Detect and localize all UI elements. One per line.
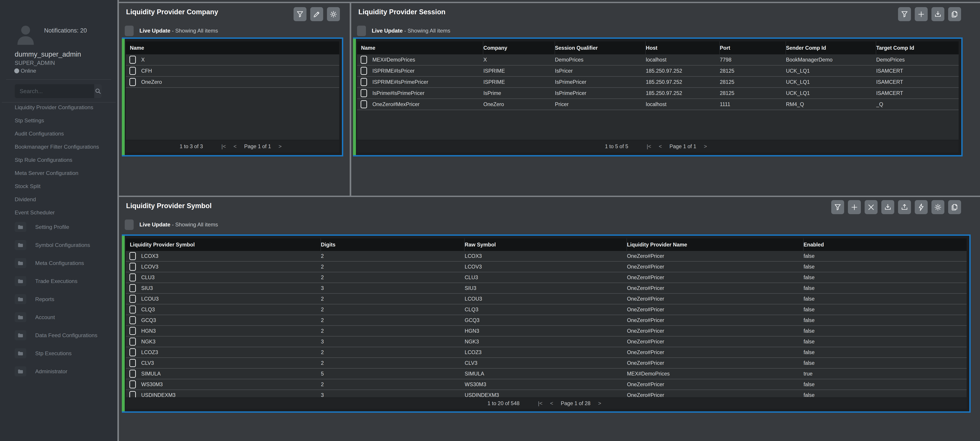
upload-button[interactable] bbox=[898, 200, 911, 214]
edit-button[interactable] bbox=[310, 7, 323, 21]
row-checkbox[interactable] bbox=[129, 370, 136, 378]
row-checkbox[interactable] bbox=[361, 89, 367, 97]
column-header-liquidity-provider-name[interactable]: Liquidity Provider Name bbox=[627, 239, 803, 251]
sidebar-item-setting-profile[interactable]: Setting Profile bbox=[0, 218, 118, 236]
table-row[interactable]: X bbox=[126, 54, 339, 65]
search-input[interactable] bbox=[15, 84, 94, 98]
row-checkbox[interactable] bbox=[129, 67, 136, 75]
next-page-button[interactable]: > bbox=[598, 400, 601, 406]
copy-button[interactable] bbox=[948, 200, 961, 214]
settings-button[interactable] bbox=[327, 7, 340, 21]
column-header-host[interactable]: Host bbox=[646, 41, 720, 54]
settings-button[interactable] bbox=[931, 200, 944, 214]
download-button[interactable] bbox=[881, 200, 894, 214]
table-row[interactable]: CLQ32CLQ3OneZero#Pricerfalse bbox=[126, 304, 967, 315]
row-checkbox[interactable] bbox=[129, 306, 136, 314]
previous-page-button[interactable]: < bbox=[659, 143, 662, 150]
column-header-target-comp-id[interactable]: Target Comp Id bbox=[876, 41, 959, 54]
column-header-name[interactable]: Name bbox=[357, 41, 483, 54]
sidebar-item-trade-executions[interactable]: Trade Executions bbox=[0, 272, 118, 290]
add-button[interactable] bbox=[915, 7, 928, 21]
sidebar-item-stp-executions[interactable]: Stp Executions bbox=[0, 344, 118, 362]
live-update-checkbox[interactable] bbox=[125, 220, 134, 230]
sidebar-item-stp-rule-configurations[interactable]: Stp Rule Configurations bbox=[0, 153, 118, 166]
filter-button[interactable] bbox=[294, 7, 307, 21]
sidebar-item-bookmanager-filter-configurations[interactable]: Bookmanager Filter Configurations bbox=[0, 140, 118, 153]
table-row[interactable]: SIMULA5SIMULAMEX#DemoPricestrue bbox=[126, 369, 967, 379]
column-header-company[interactable]: Company bbox=[483, 41, 555, 54]
row-checkbox[interactable] bbox=[129, 274, 136, 282]
row-checkbox[interactable] bbox=[129, 263, 136, 271]
sidebar-item-account[interactable]: Account bbox=[0, 308, 118, 326]
bolt-button[interactable] bbox=[915, 200, 928, 214]
search-button[interactable] bbox=[94, 84, 102, 98]
sidebar-item-stp-settings[interactable]: Stp Settings bbox=[0, 114, 118, 127]
column-header-session-qualifier[interactable]: Session Qualifier bbox=[555, 41, 646, 54]
first-page-button[interactable]: |< bbox=[538, 400, 542, 406]
column-header-raw-symbol[interactable]: Raw Symbol bbox=[465, 239, 627, 251]
row-checkbox[interactable] bbox=[129, 56, 136, 64]
row-checkbox[interactable] bbox=[361, 78, 367, 86]
row-checkbox[interactable] bbox=[129, 252, 136, 260]
filter-button[interactable] bbox=[831, 200, 844, 214]
next-page-button[interactable]: > bbox=[704, 143, 707, 150]
previous-page-button[interactable]: < bbox=[234, 143, 237, 150]
column-header-name[interactable]: Name bbox=[126, 41, 339, 54]
row-checkbox[interactable] bbox=[129, 359, 136, 367]
table-row[interactable]: OneZero#MexPricerOneZeroPricerlocalhost1… bbox=[357, 99, 959, 110]
sidebar-splitter[interactable] bbox=[118, 0, 119, 441]
row-checkbox[interactable] bbox=[129, 316, 136, 324]
previous-page-button[interactable]: < bbox=[550, 400, 553, 406]
column-header-enabled[interactable]: Enabled bbox=[803, 239, 967, 251]
table-row[interactable]: WS30M32WS30M3OneZero#Pricerfalse bbox=[126, 379, 967, 390]
table-row[interactable]: USDINDEXM33USDINDEXM3OneZero#Pricerfalse bbox=[126, 390, 967, 397]
delete-button[interactable] bbox=[865, 200, 878, 214]
sidebar-item-meta-configurations[interactable]: Meta Configurations bbox=[0, 254, 118, 272]
table-row[interactable]: LCOV32LCOV3OneZero#Pricerfalse bbox=[126, 262, 967, 272]
row-checkbox[interactable] bbox=[129, 338, 136, 345]
table-row[interactable]: ISPRIME#IsPricerISPRIMEIsPricer185.250.9… bbox=[357, 65, 959, 76]
row-checkbox[interactable] bbox=[129, 284, 136, 292]
row-checkbox[interactable] bbox=[129, 295, 136, 303]
add-button[interactable] bbox=[848, 200, 861, 214]
table-row[interactable]: SIU33SIU3OneZero#Pricerfalse bbox=[126, 283, 967, 294]
table-row[interactable]: LCOX32LCOX3OneZero#Pricerfalse bbox=[126, 251, 967, 262]
sidebar-item-event-scheduler[interactable]: Event Scheduler bbox=[0, 206, 118, 219]
sidebar-item-data-feed-configurations[interactable]: Data Feed Configurations bbox=[0, 326, 118, 344]
sidebar-item-reports[interactable]: Reports bbox=[0, 290, 118, 308]
column-header-digits[interactable]: Digits bbox=[321, 239, 465, 251]
first-page-button[interactable]: |< bbox=[221, 143, 226, 150]
sidebar-item-stock-split[interactable]: Stock Split bbox=[0, 180, 118, 193]
row-checkbox[interactable] bbox=[129, 391, 136, 397]
column-header-port[interactable]: Port bbox=[720, 41, 786, 54]
sidebar-item-liquidity-provider-configurations[interactable]: Liquidity Provider Configurations bbox=[0, 101, 118, 114]
row-checkbox[interactable] bbox=[129, 381, 136, 388]
download-button[interactable] bbox=[931, 7, 944, 21]
table-row[interactable]: CLU32CLU3OneZero#Pricerfalse bbox=[126, 272, 967, 283]
live-update-checkbox[interactable] bbox=[125, 25, 134, 36]
sidebar-item-symbol-configurations[interactable]: Symbol Configurations bbox=[0, 236, 118, 254]
row-checkbox[interactable] bbox=[361, 56, 367, 64]
sidebar-item-meta-server-configuration[interactable]: Meta Server Configuration bbox=[0, 166, 118, 180]
row-checkbox[interactable] bbox=[361, 67, 367, 75]
table-row[interactable]: NGK33NGK3OneZero#Pricerfalse bbox=[126, 336, 967, 347]
column-header-sender-comp-id[interactable]: Sender Comp Id bbox=[786, 41, 876, 54]
sidebar-item-dividend[interactable]: Dividend bbox=[0, 193, 118, 206]
sidebar-item-audit-configurations[interactable]: Audit Configurations bbox=[0, 127, 118, 140]
table-row[interactable]: LCOZ32LCOZ3OneZero#Pricerfalse bbox=[126, 347, 967, 358]
next-page-button[interactable]: > bbox=[278, 143, 282, 150]
copy-button[interactable] bbox=[948, 7, 961, 21]
row-checkbox[interactable] bbox=[129, 327, 136, 335]
live-update-checkbox[interactable] bbox=[357, 25, 366, 36]
table-row[interactable]: MEX#DemoPricesXDemoPriceslocalhost7798Bo… bbox=[357, 54, 959, 65]
filter-button[interactable] bbox=[898, 7, 911, 21]
table-row[interactable]: CLV32CLV3OneZero#Pricerfalse bbox=[126, 358, 967, 369]
table-row[interactable]: LCOU32LCOU3OneZero#Pricerfalse bbox=[126, 294, 967, 304]
sidebar-item-administrator[interactable]: Administrator bbox=[0, 362, 118, 381]
table-row[interactable]: IsPrime#IsPrimePricerIsPrimeIsPrimePrice… bbox=[357, 88, 959, 99]
first-page-button[interactable]: |< bbox=[647, 143, 651, 150]
row-checkbox[interactable] bbox=[129, 348, 136, 356]
column-header-liquidity-provider-symbol[interactable]: Liquidity Provider Symbol bbox=[126, 239, 321, 251]
vertical-splitter[interactable] bbox=[350, 3, 351, 196]
table-row[interactable]: CFH bbox=[126, 65, 339, 76]
